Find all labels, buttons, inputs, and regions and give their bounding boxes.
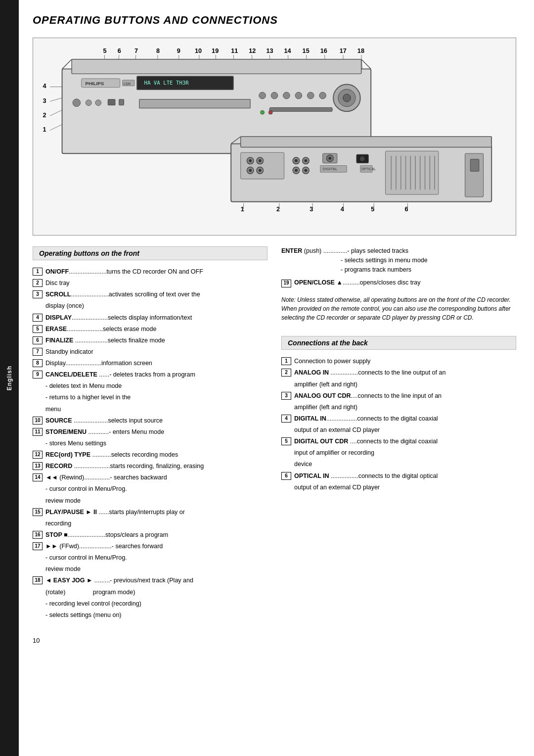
item-number: 10 [33, 417, 43, 425]
cont-text: - cursor control in Menu/Prog. [45, 484, 127, 493]
svg-text:6: 6 [118, 47, 121, 54]
item-number: 5 [281, 437, 291, 445]
cont-text: review mode [45, 496, 81, 505]
list-item-cont: review mode [33, 496, 267, 505]
back-items-list: 1 Connection to power supply 2 ANALOG IN… [281, 357, 516, 492]
svg-point-80 [295, 159, 298, 162]
list-item: 1 ON/OFF......................turns the … [33, 267, 267, 276]
list-item: 6 FINALIZE ...................selects fi… [33, 336, 267, 345]
svg-rect-45 [139, 99, 250, 108]
cont-text: amplifier (left and right) [294, 380, 357, 389]
svg-point-56 [261, 110, 265, 114]
list-item-cont: output of an external CD player [281, 483, 516, 492]
svg-point-93 [360, 156, 365, 161]
cont-text: display (once) [45, 301, 84, 310]
cont-text: - stores Menu settings [45, 439, 106, 448]
list-item-cont: - recording level control (recording) [33, 599, 267, 608]
list-item-cont: - stores Menu settings [33, 439, 267, 448]
back-section: Connections at the back 1 Connection to … [281, 336, 516, 492]
svg-point-57 [268, 110, 272, 114]
list-item: 7 Standby indicator [33, 347, 267, 356]
svg-text:11: 11 [231, 47, 238, 54]
list-item-cont: - returns to a higher level in the [33, 393, 267, 402]
svg-rect-67 [241, 137, 492, 147]
svg-text:OPTICAL: OPTICAL [361, 167, 376, 171]
item-number: 18 [33, 576, 43, 584]
note-text: Note: Unless stated otherwise, all opera… [281, 295, 516, 322]
sections-row: Operating buttons on the front 1 ON/OFF.… [33, 246, 516, 622]
svg-text:12: 12 [249, 47, 256, 54]
item-desc: OPTICAL IN ................connects to t… [294, 472, 516, 480]
list-item: 17 ►► (FFwd)...................- searche… [33, 542, 267, 551]
list-item-cont: input of amplifier or recording [281, 448, 516, 457]
list-item: 3 ANALOG OUT CDR....connects to the line… [281, 391, 516, 400]
svg-text:16: 16 [320, 47, 327, 54]
svg-text:8: 8 [156, 47, 160, 54]
svg-point-74 [259, 159, 262, 162]
item-desc: ANALOG OUT CDR....connects to the line i… [294, 391, 516, 400]
svg-text:19: 19 [212, 47, 219, 54]
item-desc: Standby indicator [45, 347, 267, 356]
item-desc: RECORD .....................starts recor… [45, 462, 267, 471]
svg-text:4: 4 [43, 83, 46, 90]
item-desc: ERASE.....................selects erase … [45, 325, 267, 333]
list-item-cont: - deletes text in Menu mode [33, 381, 267, 390]
list-item: 9 CANCEL/DELETE ......- deletes tracks f… [33, 370, 267, 379]
list-item-cont: - cursor control in Menu/Prog. [33, 484, 267, 493]
list-item: 1 Connection to power supply [281, 357, 516, 366]
svg-text:15: 15 [303, 47, 310, 54]
list-item: 3 SCROLL......................activates … [33, 290, 267, 299]
list-item: 6 OPTICAL IN ................connects to… [281, 472, 516, 480]
item-number: 4 [33, 314, 43, 322]
svg-point-41 [86, 100, 91, 106]
svg-text:17: 17 [340, 47, 347, 54]
right-section: ENTER (push) ..............- plays selec… [281, 246, 516, 494]
list-item-cont: display (once) [33, 301, 267, 310]
svg-point-54 [343, 94, 351, 102]
item-number: 13 [33, 462, 43, 470]
list-item-cont: device [281, 460, 516, 469]
list-item: 15 PLAY/PAUSE ► II ......starts play/int… [33, 508, 267, 517]
item-number: 6 [281, 472, 291, 480]
svg-text:13: 13 [266, 47, 273, 54]
item-desc: Display.....................information … [45, 359, 267, 368]
list-item: 11 STORE/MENU ............- enters Menu … [33, 427, 267, 436]
list-item: 18 ◄ EASY JOG ► .........- previous/next… [33, 576, 267, 585]
svg-rect-31 [72, 59, 361, 74]
svg-line-61 [50, 98, 62, 101]
list-item-cont: amplifier (left and right) [281, 403, 516, 412]
item-number: 1 [281, 357, 291, 365]
svg-text:DIGITAL: DIGITAL [323, 167, 338, 171]
svg-rect-55 [269, 107, 332, 111]
item-number: 3 [33, 290, 43, 298]
svg-point-47 [271, 92, 278, 99]
item-desc: PLAY/PAUSE ► II ......starts play/interr… [45, 508, 267, 517]
cont-text: - deletes text in Menu mode [45, 381, 122, 390]
svg-point-46 [259, 92, 266, 99]
item-desc: ◄ EASY JOG ► .........- previous/next tr… [45, 576, 267, 585]
list-item: 5 ERASE.....................selects eras… [33, 325, 267, 333]
svg-point-76 [249, 169, 252, 172]
item-number: 19 [281, 280, 291, 287]
cont-text: input of amplifier or recording [294, 448, 374, 457]
page-number: 10 [33, 637, 516, 644]
item-number: 16 [33, 531, 43, 539]
item-number: 7 [33, 348, 43, 356]
main-content: OPERATING BUTTONS AND CONNECTIONS 5 6 7 … [19, 0, 534, 756]
svg-point-84 [295, 169, 298, 172]
list-item-cont: - cursor control in Menu/Prog. [33, 553, 267, 562]
item-number: 11 [33, 428, 43, 436]
open-close-item: 19 OPEN/CLOSE ▲..........opens/closes di… [281, 279, 516, 287]
item-number: 8 [33, 359, 43, 367]
svg-text:3: 3 [43, 97, 46, 104]
list-item: 2 ANALOG IN ................connects to … [281, 368, 516, 377]
enter-item: ENTER (push) ..............- plays selec… [281, 246, 516, 274]
svg-point-86 [305, 169, 308, 172]
item-number: 12 [33, 451, 43, 459]
svg-rect-70 [241, 152, 284, 179]
cont-text: amplifier (left and right) [294, 403, 357, 412]
svg-text:10: 10 [195, 47, 202, 54]
item-number: 6 [33, 336, 43, 344]
item-number: 17 [33, 542, 43, 550]
item-number: 1 [33, 268, 43, 276]
